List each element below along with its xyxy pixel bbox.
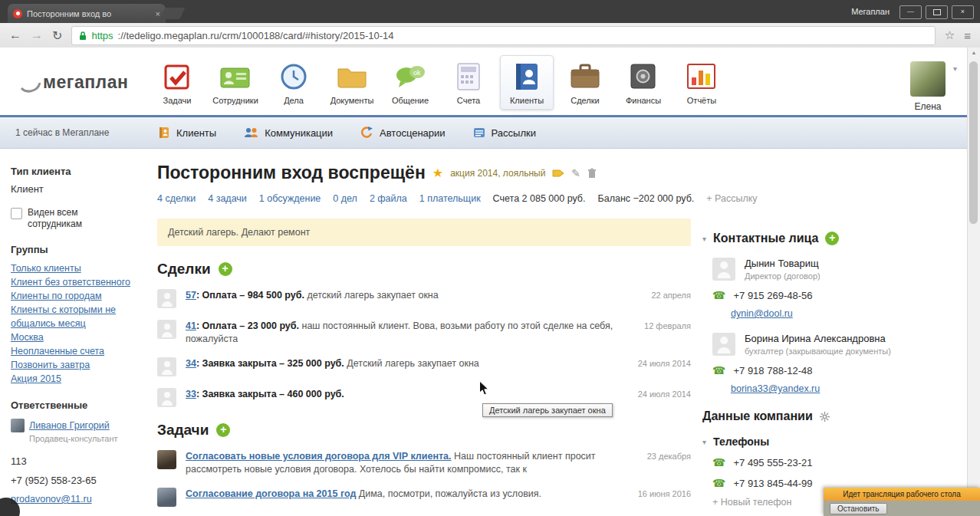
deal-avatar <box>157 289 176 308</box>
client-tags[interactable]: акция 2014, лояльный <box>450 168 545 179</box>
responsible-name-link[interactable]: Ливанов Григорий <box>29 420 110 431</box>
responsible-email-link[interactable]: prodavonov@11.ru <box>11 492 92 506</box>
group-link[interactable]: Москва <box>11 330 149 344</box>
maximize-button[interactable] <box>926 5 948 19</box>
collapse-icon[interactable]: ▾ <box>702 235 706 243</box>
deal-number-link[interactable]: 33 <box>186 389 196 399</box>
group-link[interactable]: Акция 2015 <box>11 372 149 386</box>
task-row[interactable]: Согласовать новые условия договора для V… <box>157 450 691 476</box>
add-task-button[interactable]: + <box>216 423 230 437</box>
url-bar[interactable]: https://tedeligo.megaplan.ru/crm/1000188… <box>71 26 935 45</box>
group-link[interactable]: Клиенты по городам <box>11 289 149 303</box>
browser-menu-icon[interactable]: ≡ <box>964 29 971 42</box>
task-row[interactable]: Согласование договора на 2015 год Дима, … <box>157 488 691 507</box>
nav-item-todos[interactable]: Дела <box>267 55 321 110</box>
megaplan-logo[interactable]: мегаплан <box>20 72 128 93</box>
deal-number-link[interactable]: 57 <box>186 290 196 301</box>
deal-title: Оплата – 23 000 руб. <box>196 320 299 331</box>
group-links: Только клиенты Клиент без ответственного… <box>11 261 149 386</box>
clock-icon <box>279 61 308 93</box>
tab-close-icon[interactable]: × <box>156 9 160 18</box>
add-contact-button[interactable]: + <box>825 232 839 245</box>
tasks-section-header: Задачи + <box>157 422 691 439</box>
task-title-link[interactable]: Согласовать новые условия договора для V… <box>186 451 451 462</box>
stop-sharing-button[interactable]: Остановить <box>830 503 887 514</box>
balance-total[interactable]: Баланс −202 000 руб. <box>597 193 694 204</box>
browser-tab[interactable]: Посторонним вход во × <box>8 4 166 23</box>
group-link[interactable]: Клиент без ответственного <box>11 275 149 289</box>
group-link[interactable]: Клиенты с которыми не общались месяц <box>11 303 149 330</box>
contact-name[interactable]: Дынин Товарищ <box>745 258 821 269</box>
call-phone-icon[interactable]: ☎ <box>712 456 725 468</box>
nav-label: Финансы <box>626 96 661 105</box>
nav-item-employees[interactable]: Сотрудники <box>209 55 262 110</box>
close-button[interactable]: × <box>952 5 974 19</box>
autoscenarios-tab-icon <box>360 127 373 139</box>
contact-name[interactable]: Борина Ирина Александровна <box>745 333 891 344</box>
chevron-down-icon[interactable]: ▾ <box>953 64 957 73</box>
bookmark-star-icon[interactable]: ☆ <box>945 28 955 42</box>
deal-text: 41Оплата – 23 000 руб. наш постоянный кл… <box>176 320 625 346</box>
group-link[interactable]: Неоплаченные счета <box>11 344 149 358</box>
responsible-person: Ливанов Григорий <box>11 419 149 432</box>
nav-item-invoices[interactable]: Счета <box>442 55 495 110</box>
back-button[interactable]: ← <box>9 28 21 42</box>
deal-row[interactable]: 57Оплата – 984 500 руб. детский лагерь з… <box>157 289 691 308</box>
call-phone-icon[interactable]: ☎ <box>712 477 725 489</box>
nav-item-finance[interactable]: Финансы <box>617 55 670 110</box>
forward-button[interactable]: → <box>31 28 43 42</box>
todos-count-link[interactable]: 0 дел <box>333 193 357 204</box>
responsible-role: Продавец-консультант <box>29 434 149 443</box>
edit-icon[interactable]: ✎ <box>571 167 580 179</box>
task-title-link[interactable]: Согласование договора на 2015 год <box>186 488 356 499</box>
deal-row[interactable]: 41Оплата – 23 000 руб. наш постоянный кл… <box>157 320 691 346</box>
nav-item-tasks[interactable]: Задачи <box>150 55 204 110</box>
add-deal-button[interactable]: + <box>219 262 232 276</box>
nav-label: Сделки <box>571 96 600 105</box>
payers-count-link[interactable]: 1 плательщик <box>419 193 481 204</box>
user-avatar[interactable] <box>910 61 945 97</box>
deal-number-link[interactable]: 41 <box>186 320 196 331</box>
task-avatar <box>157 488 176 507</box>
tab-label: Рассылки <box>492 127 536 139</box>
user-menu[interactable]: ▾ Елена <box>908 61 948 112</box>
screen: Посторонним вход во × Мегаплан — × ← → ↻… <box>0 0 980 516</box>
contact-email-link[interactable]: dynin@dool.ru <box>731 308 793 319</box>
call-phone-icon[interactable]: ☎ <box>712 289 725 301</box>
company-phone-row: ☎ +7 495 555-23-21 <box>712 456 966 468</box>
deal-number-link[interactable]: 34 <box>186 358 196 369</box>
scroll-up-icon[interactable]: ▲ <box>968 50 980 55</box>
collapse-icon[interactable]: ▾ <box>702 438 706 446</box>
deal-row[interactable]: 34Заявка закрыта – 325 000 руб. Детский … <box>157 357 691 376</box>
files-count-link[interactable]: 2 файла <box>370 193 407 204</box>
nav-item-clients[interactable]: Клиенты <box>500 55 554 110</box>
scrollbar-thumb[interactable] <box>969 61 978 224</box>
favorite-star-icon[interactable]: ★ <box>432 166 443 180</box>
group-link[interactable]: Позвонить завтра <box>11 358 149 372</box>
discussions-count-link[interactable]: 1 обсуждение <box>259 193 321 204</box>
nav-item-documents[interactable]: Документы <box>325 55 379 110</box>
nav-item-deals[interactable]: Сделки <box>558 55 612 110</box>
tasks-count-link[interactable]: 4 задачи <box>208 193 247 204</box>
call-phone-icon[interactable]: ☎ <box>712 364 725 376</box>
refresh-button[interactable]: ↻ <box>52 28 62 43</box>
visibility-checkbox[interactable] <box>11 208 22 219</box>
group-link[interactable]: Только клиенты <box>11 261 149 275</box>
tab-autoscenarios[interactable]: Автосценарии <box>360 127 446 139</box>
tab-clients[interactable]: Клиенты <box>158 127 216 139</box>
deals-count-link[interactable]: 4 сделки <box>157 193 196 204</box>
page-scrollbar[interactable]: ▲ <box>967 48 980 516</box>
tab-communications[interactable]: Коммуникации <box>244 127 333 139</box>
task-date: 16 июня 2016 <box>625 488 691 507</box>
new-tab-button[interactable] <box>160 8 186 19</box>
settings-gear-icon[interactable] <box>820 412 830 422</box>
tab-mailings[interactable]: Рассылки <box>473 127 536 139</box>
phones-header: ▾ Телефоны <box>702 435 966 448</box>
minimize-button[interactable]: — <box>899 5 922 19</box>
delete-icon[interactable] <box>587 168 597 179</box>
contact-card: Дынин Товарищ Директор (договор) ☎ +7 91… <box>712 258 966 319</box>
invoices-total[interactable]: Счета 2 085 000 руб. <box>493 193 586 204</box>
contact-email-link[interactable]: borina33@yandex.ru <box>731 383 820 394</box>
nav-item-chat[interactable]: ok Общение <box>383 55 437 110</box>
nav-item-reports[interactable]: Отчёты <box>675 55 728 110</box>
